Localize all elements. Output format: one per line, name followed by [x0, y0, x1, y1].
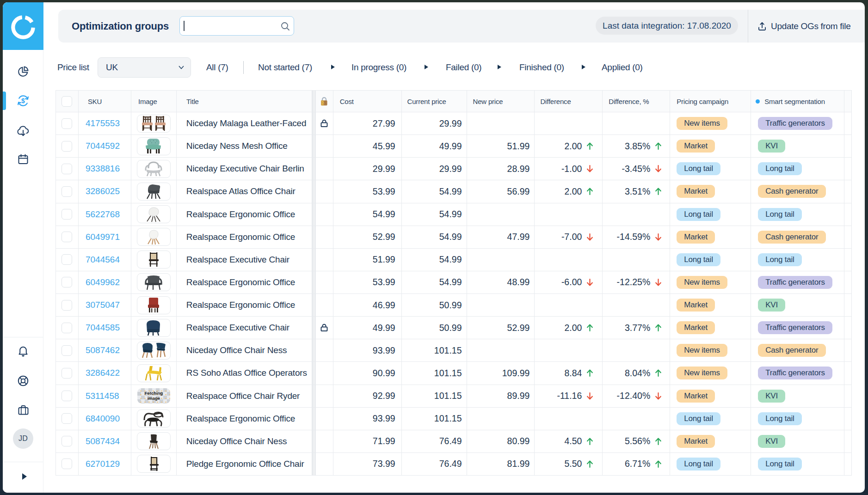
svg-text:$: $ [21, 97, 25, 104]
